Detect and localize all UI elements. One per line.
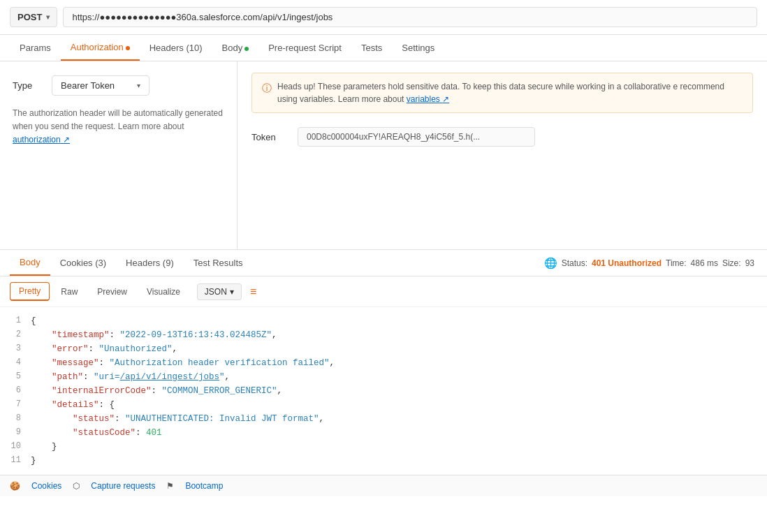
line-number: 11	[6, 454, 31, 468]
url-input[interactable]	[63, 7, 757, 27]
line-content: }	[31, 440, 761, 454]
code-line: 1 {	[0, 314, 767, 328]
tab-params[interactable]: Params	[10, 36, 61, 60]
main-content: Type Bearer Token ▾ The authorization he…	[0, 61, 767, 250]
line-number: 4	[6, 356, 31, 370]
tab-headers[interactable]: Headers (10)	[140, 36, 212, 60]
code-line: 10 }	[0, 440, 767, 454]
time-label: Time:	[666, 258, 687, 268]
method-label: POST	[17, 12, 42, 22]
token-input[interactable]	[298, 127, 535, 147]
response-tabs: Body Cookies (3) Headers (9) Test Result…	[0, 250, 767, 276]
status-bar: 🌐 Status: 401 Unauthorized Time: 486 ms …	[544, 257, 757, 269]
code-line: 9 "statusCode": 401	[0, 426, 767, 440]
bearer-token-label: Bearer Token	[61, 80, 115, 91]
info-icon: ⓘ	[262, 81, 272, 96]
line-content: "timestamp": "2022-09-13T16:13:43.024485…	[31, 328, 761, 342]
size-value: 93	[745, 258, 754, 268]
size-label: Size:	[722, 258, 741, 268]
code-line: 8 "status": "UNAUTHENTICATED: Invalid JW…	[0, 412, 767, 426]
token-row: Token	[251, 127, 753, 147]
authorization-dot	[126, 46, 130, 50]
line-content: "status": "UNAUTHENTICATED: Invalid JWT …	[31, 412, 761, 426]
format-label: JSON	[205, 287, 227, 297]
line-number: 2	[6, 328, 31, 342]
line-number: 7	[6, 398, 31, 412]
info-banner: ⓘ Heads up! These parameters hold sensit…	[251, 73, 753, 113]
format-select[interactable]: JSON ▾	[197, 283, 242, 300]
line-number: 3	[6, 342, 31, 356]
line-content: {	[31, 314, 761, 328]
wrap-icon[interactable]: ≡	[250, 286, 256, 298]
line-content: "error": "Unauthorized",	[31, 342, 761, 356]
cookies-icon: 🍪	[10, 481, 20, 491]
response-tab-cookies[interactable]: Cookies (3)	[50, 251, 116, 275]
response-section: Body Cookies (3) Headers (9) Test Result…	[0, 250, 767, 475]
variables-link[interactable]: variables ↗	[407, 94, 449, 104]
auth-arrow-icon: ↗	[63, 135, 70, 145]
tab-settings[interactable]: Settings	[392, 36, 444, 60]
tab-body[interactable]: Body	[212, 36, 259, 60]
time-value: 486 ms	[691, 258, 718, 268]
line-content: "message": "Authorization header verific…	[31, 356, 761, 370]
code-line: 5 "path": "uri=/api/v1/ingest/jobs",	[0, 370, 767, 384]
line-content: "path": "uri=/api/v1/ingest/jobs",	[31, 370, 761, 384]
code-line: 4 "message": "Authorization header verif…	[0, 356, 767, 370]
type-row: Type Bearer Token ▾	[13, 75, 224, 96]
line-number: 10	[6, 440, 31, 454]
body-dot	[244, 47, 249, 51]
auth-info: The authorization header will be automat…	[13, 107, 224, 147]
code-line: 3 "error": "Unauthorized",	[0, 342, 767, 356]
line-content: "statusCode": 401	[31, 426, 761, 440]
url-bar: POST ▾	[0, 0, 767, 35]
method-select[interactable]: POST ▾	[10, 7, 57, 27]
sub-tab-preview[interactable]: Preview	[89, 283, 136, 300]
status-value: 401 Unauthorized	[592, 258, 662, 268]
line-number: 9	[6, 426, 31, 440]
code-line: 7 "details": {	[0, 398, 767, 412]
response-tab-body[interactable]: Body	[10, 250, 50, 276]
bearer-chevron-icon: ▾	[137, 82, 140, 89]
auth-left-panel: Type Bearer Token ▾ The authorization he…	[0, 61, 238, 249]
bootcamp-icon: ⚑	[166, 481, 174, 491]
line-content: "details": {	[31, 398, 761, 412]
code-viewer: 1 { 2 "timestamp": "2022-09-13T16:13:43.…	[0, 307, 767, 475]
status-label: Status:	[562, 258, 587, 268]
line-number: 5	[6, 370, 31, 384]
banner-text: Heads up! These parameters hold sensitiv…	[277, 80, 743, 105]
sub-tab-visualize[interactable]: Visualize	[138, 283, 189, 300]
response-tab-headers[interactable]: Headers (9)	[116, 251, 184, 275]
tab-authorization[interactable]: Authorization	[61, 35, 140, 61]
sub-tab-raw[interactable]: Raw	[52, 283, 86, 300]
type-label: Type	[13, 80, 41, 91]
auth-right-panel: ⓘ Heads up! These parameters hold sensit…	[238, 61, 767, 249]
method-chevron-icon: ▾	[46, 13, 50, 21]
sub-tabs-row: Pretty Raw Preview Visualize JSON ▾ ≡	[0, 276, 767, 307]
line-content: }	[31, 454, 761, 468]
line-number: 1	[6, 314, 31, 328]
code-line: 11 }	[0, 454, 767, 468]
code-line: 6 "internalErrorCode": "COMMON_ERROR_GEN…	[0, 384, 767, 398]
capture-link[interactable]: Capture requests	[91, 481, 155, 491]
token-label: Token	[251, 132, 286, 142]
variables-arrow-icon: ↗	[442, 94, 449, 104]
format-chevron-icon: ▾	[230, 287, 234, 297]
bootcamp-link[interactable]: Bootcamp	[185, 481, 223, 491]
sub-tab-pretty[interactable]: Pretty	[10, 282, 50, 301]
tab-tests[interactable]: Tests	[351, 36, 392, 60]
line-content: "internalErrorCode": "COMMON_ERROR_GENER…	[31, 384, 761, 398]
globe-icon: 🌐	[544, 257, 557, 269]
capture-icon: ⬡	[73, 481, 80, 491]
bearer-token-select[interactable]: Bearer Token ▾	[52, 75, 149, 96]
tab-prerequest[interactable]: Pre-request Script	[258, 36, 351, 60]
authorization-link[interactable]: authorization ↗	[13, 135, 70, 145]
line-number: 6	[6, 384, 31, 398]
response-tab-test-results[interactable]: Test Results	[184, 251, 253, 275]
request-tabs: Params Authorization Headers (10) Body P…	[0, 35, 767, 61]
code-line: 2 "timestamp": "2022-09-13T16:13:43.0244…	[0, 328, 767, 342]
line-number: 8	[6, 412, 31, 426]
cookies-link[interactable]: Cookies	[31, 481, 61, 491]
bottom-bar: 🍪 Cookies ⬡ Capture requests ⚑ Bootcamp	[0, 475, 767, 496]
